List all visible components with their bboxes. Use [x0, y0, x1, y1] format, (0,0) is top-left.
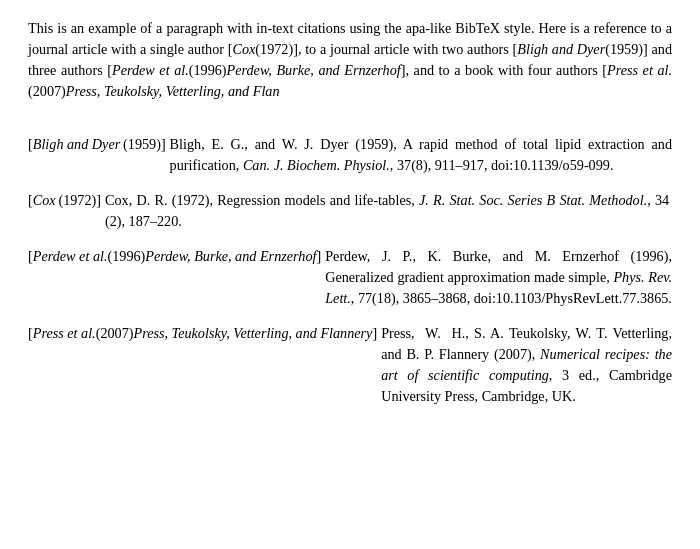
ref-label-press: [Press et al.(2007)Press, Teukolsky, Vet… — [28, 323, 377, 344]
ref-content-press: Press, W. H., S. A. Teukolsky, W. T. Vet… — [381, 323, 672, 407]
ref-label-bligh: [Bligh and Dyer (1959)] — [28, 134, 166, 155]
ref-content-perdew: Perdew, J. P., K. Burke, and M. Ernzerho… — [325, 246, 672, 309]
ref-label-cox: [Cox (1972)] — [28, 190, 101, 211]
references-section: [Bligh and Dyer (1959)] Bligh, E. G., an… — [28, 134, 672, 407]
ref-row-cox: [Cox (1972)] Cox, D. R. (1972), Regressi… — [28, 190, 672, 232]
paragraph-section: This is an example of a paragraph with i… — [28, 18, 672, 102]
ref-book-press: Numerical recipes: the art of scientific… — [381, 346, 672, 383]
ref-content-cox: Cox, D. R. (1972), Regression models and… — [105, 190, 672, 232]
ref-content-bligh: Bligh, E. G., and W. J. Dyer (1959), A r… — [170, 134, 672, 176]
cite-cox: Cox — [232, 41, 255, 57]
ref-journal-perdew: Phys. Rev. Lett. — [325, 269, 672, 306]
ref-journal-bligh: Can. J. Biochem. Physiol. — [243, 157, 390, 173]
ref-entry-cox: [Cox (1972)] Cox, D. R. (1972), Regressi… — [28, 190, 672, 232]
ref-entry-bligh: [Bligh and Dyer (1959)] Bligh, E. G., an… — [28, 134, 672, 176]
ref-entry-press: [Press et al.(2007)Press, Teukolsky, Vet… — [28, 323, 672, 407]
cite-press: Press et al. — [607, 62, 672, 78]
cite-perdew-full: Perdew, Burke, and Ernzerhof — [227, 62, 401, 78]
ref-label-perdew: [Perdew et al.(1996)Perdew, Burke, and E… — [28, 246, 321, 267]
ref-journal-cox: J. R. Stat. Soc. Series B Stat. Methodol… — [419, 192, 647, 208]
ref-row-perdew: [Perdew et al.(1996)Perdew, Burke, and E… — [28, 246, 672, 309]
ref-entry-perdew: [Perdew et al.(1996)Perdew, Burke, and E… — [28, 246, 672, 309]
ref-row-bligh: [Bligh and Dyer (1959)] Bligh, E. G., an… — [28, 134, 672, 176]
paragraph-text: This is an example of a paragraph with i… — [28, 18, 672, 102]
ref-row-press: [Press et al.(2007)Press, Teukolsky, Vet… — [28, 323, 672, 407]
cite-bligh: Bligh and Dyer — [517, 41, 605, 57]
cite-press-full: Press, Teukolsky, Vetterling, and Flan — [66, 83, 280, 99]
cite-perdew: Perdew et al. — [112, 62, 189, 78]
